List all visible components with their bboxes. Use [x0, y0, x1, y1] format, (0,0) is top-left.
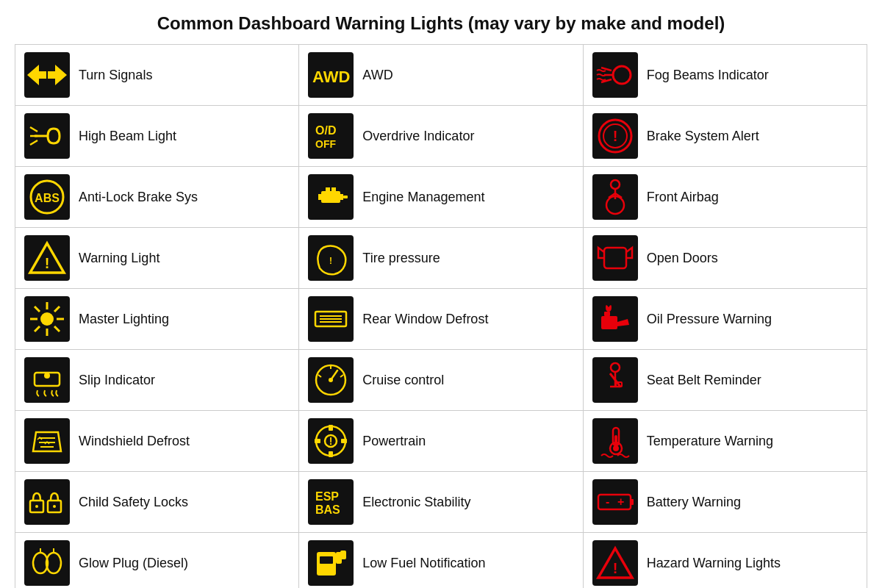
svg-text:!: ! [612, 560, 617, 576]
svg-rect-32 [604, 248, 626, 268]
svg-rect-18 [321, 191, 340, 203]
awd-icon: AWD! [308, 52, 354, 98]
svg-line-41 [35, 326, 40, 331]
svg-text:AWD!: AWD! [312, 68, 351, 86]
hazard-icon: ! [592, 540, 638, 586]
seat-belt-label: Seat Belt Reminder [647, 373, 761, 388]
list-item: - + Battery Warning [584, 472, 867, 533]
list-item: Low Fuel Notification [299, 533, 583, 588]
list-item: AWD! AWD [299, 45, 583, 106]
list-item: Master Lighting [15, 289, 299, 350]
overdrive-icon: O/D OFF [308, 113, 354, 159]
page-title: Common Dashboard Warning Lights (may var… [157, 13, 725, 34]
child-safety-icon [24, 479, 70, 525]
turn-signals-icon [24, 52, 70, 98]
list-item: Open Doors [584, 228, 867, 289]
svg-point-55 [329, 378, 333, 382]
rear-defrost-icon [308, 296, 354, 342]
list-item: Temperature Warning [584, 411, 867, 472]
list-item: Rear Window Defrost [299, 289, 583, 350]
list-item: O/D OFF Overdrive Indicator [299, 106, 583, 167]
oil-pressure-label: Oil Pressure Warning [647, 312, 772, 327]
list-item: Engine Management [299, 167, 583, 228]
seat-belt-icon [592, 357, 638, 403]
svg-point-3 [613, 66, 631, 84]
slip-label: Slip Indicator [79, 373, 155, 388]
brake-alert-label: Brake System Alert [647, 129, 759, 144]
windshield-defrost-label: Windshield Defrost [79, 434, 190, 449]
svg-text:!: ! [45, 255, 50, 271]
svg-line-53 [340, 375, 343, 377]
svg-point-74 [613, 445, 619, 451]
airbag-label: Front Airbag [647, 190, 719, 205]
svg-text:OFF: OFF [315, 138, 336, 150]
svg-rect-93 [340, 551, 346, 559]
svg-marker-0 [27, 65, 46, 85]
list-item: High Beam Light [15, 106, 299, 167]
oil-pressure-icon [592, 296, 638, 342]
svg-rect-46 [601, 316, 617, 329]
svg-text:+: + [617, 495, 624, 508]
svg-rect-67 [329, 451, 333, 457]
glow-plug-label: Glow Plug (Diesel) [79, 556, 188, 571]
cruise-control-icon [308, 357, 354, 403]
list-item: Oil Pressure Warning [584, 289, 867, 350]
svg-point-78 [53, 505, 56, 508]
list-item: ! Tire pressure [299, 228, 583, 289]
low-fuel-icon [308, 540, 354, 586]
brake-alert-icon: ! [592, 113, 638, 159]
svg-line-10 [30, 140, 37, 145]
windshield-defrost-icon [24, 418, 70, 464]
awd-label: AWD [362, 68, 392, 83]
cruise-label: Cruise control [362, 373, 444, 388]
list-item: ! Powertrain [299, 411, 583, 472]
master-lighting-label: Master Lighting [79, 312, 169, 327]
warning-icon: ! [24, 235, 70, 281]
slip-indicator-icon [24, 357, 70, 403]
battery-label: Battery Warning [647, 495, 741, 510]
list-item: Child Safety Locks [15, 472, 299, 533]
svg-text:!: ! [329, 435, 333, 447]
svg-text:ESP: ESP [315, 490, 339, 503]
list-item: ESP BAS Electronic Stability [299, 472, 583, 533]
open-doors-label: Open Doors [647, 251, 718, 266]
svg-line-40 [54, 306, 60, 312]
abs-icon: ABS [24, 174, 70, 220]
list-item: Front Airbag [584, 167, 867, 228]
svg-line-54 [318, 375, 321, 377]
svg-rect-47 [604, 312, 610, 316]
svg-rect-66 [329, 425, 333, 431]
svg-marker-1 [48, 65, 67, 85]
warning-label: Warning Light [79, 251, 159, 266]
list-item: Turn Signals [15, 45, 299, 106]
list-item: Glow Plug (Diesel) [15, 533, 299, 588]
engine-label: Engine Management [362, 190, 484, 205]
svg-point-49 [44, 373, 50, 379]
airbag-icon [592, 174, 638, 220]
battery-icon: - + [592, 479, 638, 525]
svg-line-5 [601, 68, 612, 71]
list-item: Slip Indicator [15, 350, 299, 411]
temp-warning-icon [592, 418, 638, 464]
list-item: ! Warning Light [15, 228, 299, 289]
child-safety-label: Child Safety Locks [79, 495, 188, 510]
list-item: Cruise control [299, 350, 583, 411]
svg-text:ABS: ABS [35, 192, 60, 204]
powertrain-icon: ! [308, 418, 354, 464]
list-item: Seat Belt Reminder [584, 350, 867, 411]
open-doors-icon [592, 235, 638, 281]
engine-icon [308, 174, 354, 220]
rear-defrost-label: Rear Window Defrost [362, 312, 488, 327]
tire-pressure-label: Tire pressure [362, 251, 440, 266]
esp-bas-label: Electronic Stability [362, 495, 470, 510]
svg-point-33 [40, 312, 54, 326]
abs-label: Anti-Lock Brake Sys [79, 190, 198, 205]
low-fuel-label: Low Fuel Notification [362, 556, 485, 571]
svg-point-76 [35, 505, 38, 508]
svg-rect-21 [326, 187, 330, 191]
svg-rect-68 [315, 439, 320, 443]
svg-line-38 [35, 306, 40, 312]
svg-line-8 [30, 127, 37, 132]
svg-point-56 [611, 363, 620, 372]
svg-rect-82 [631, 499, 634, 505]
